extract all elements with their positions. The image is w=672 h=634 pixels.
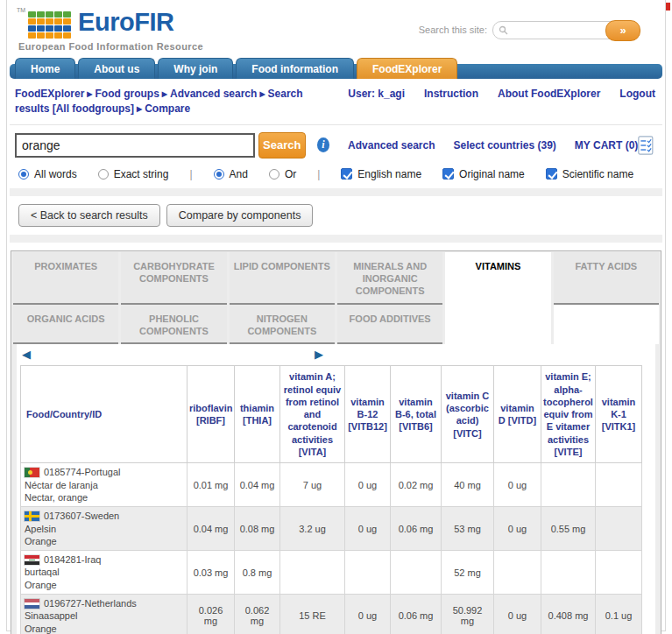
logo-area[interactable]: TM EuroFIR European Food Information Res…	[17, 9, 203, 54]
component-tabs: PROXIMATESCARBOHYDRATE COMPONENTSLIPID C…	[11, 251, 661, 344]
value-cell: 0 ug	[494, 463, 541, 507]
flag-iq-icon	[25, 555, 39, 565]
option-label-english-name: English name	[357, 168, 421, 180]
site-search-input[interactable]	[508, 25, 605, 35]
compare-by-components-button[interactable]: Compare by components	[166, 204, 314, 227]
food-english-name: Nectar, orange	[25, 491, 183, 504]
radio-control-all-words[interactable]	[18, 169, 29, 180]
option-label-or: Or	[285, 168, 296, 180]
food-cell-0184281-iraq: 0184281-IraqburtaqalOrange	[21, 551, 187, 595]
food-id: 0185774-Portugal	[44, 467, 120, 477]
eurofir-grid-logo-icon	[28, 11, 71, 39]
checkbox-original-name[interactable]: Original name	[442, 168, 525, 180]
breadcrumb-compare: Compare	[145, 102, 190, 115]
back-to-results-button[interactable]: < Back to search results	[18, 204, 160, 227]
food-id-line: 0196727-Netherlands	[25, 597, 183, 609]
value-cell: 0.408 mg	[541, 595, 596, 634]
tab-carbohydrate-components[interactable]: CARBOHYDRATE COMPONENTS	[121, 252, 226, 305]
value-cell: 50.992 mg	[442, 595, 494, 634]
nav-tab-about-us[interactable]: About us	[78, 58, 155, 79]
nav-tab-why-join[interactable]: Why join	[158, 58, 233, 79]
page-container: TM EuroFIR European Food Information Res…	[6, 0, 666, 631]
nav-tab-home[interactable]: Home	[15, 58, 75, 79]
value-cell: 40 mg	[442, 463, 494, 507]
my-cart-list-icon[interactable]	[638, 134, 654, 157]
radio-control-exact-string[interactable]	[98, 169, 109, 180]
radio-and[interactable]: And	[214, 168, 248, 180]
tab-food-additives[interactable]: FOOD ADDITIVES	[337, 305, 442, 345]
link-my-cart-0[interactable]: MY CART (0)	[575, 139, 638, 151]
radio-all-words[interactable]: All words	[18, 168, 77, 180]
tab-phenolic-components[interactable]: PHENOLIC COMPONENTS	[121, 305, 226, 345]
food-id: 0173607-Sweden	[44, 511, 119, 521]
radio-control-or[interactable]	[269, 169, 279, 180]
tab-nitrogen-components[interactable]: NITROGEN COMPONENTS	[230, 305, 335, 345]
site-search-label: Search this site:	[419, 25, 487, 35]
value-cell: 0.026 mg	[187, 595, 235, 634]
tab-vitamins[interactable]: VITAMINS	[445, 252, 550, 305]
value-cell: 0.04 mg	[187, 507, 235, 551]
flag-nl-icon	[25, 599, 39, 609]
food-id-line: 0173607-Sweden	[25, 510, 183, 522]
value-cell: 0.06 mg	[391, 507, 442, 551]
flag-pt-icon	[25, 468, 39, 477]
value-cell: 0.8 mg	[235, 551, 280, 595]
nav-tabs: HomeAbout usWhy joinFood informationFood…	[15, 58, 457, 79]
checkbox-control-scientific-name[interactable]	[546, 168, 557, 180]
scroll-right-icon[interactable]: ▶	[315, 348, 323, 362]
scroll-left-icon[interactable]: ◀	[22, 348, 31, 362]
radio-control-and[interactable]	[214, 169, 224, 180]
search-button[interactable]: Search	[258, 132, 306, 158]
components-panel: PROXIMATESCARBOHYDRATE COMPONENTSLIPID C…	[11, 250, 661, 634]
col-thiamin-thia: thiamin [THIA]	[235, 366, 280, 463]
tab-fatty-acids[interactable]: FATTY ACIDS	[554, 252, 659, 305]
nav-tab-foodexplorer[interactable]: FoodEXplorer	[357, 58, 457, 79]
breadcrumb-foodexplorer[interactable]: FoodEXplorer	[15, 88, 84, 100]
value-cell: 0 ug	[345, 507, 391, 551]
tab-proximates[interactable]: PROXIMATES	[13, 252, 118, 305]
trademark-symbol: TM	[17, 7, 25, 13]
value-cell: 3.2 ug	[280, 507, 345, 551]
value-cell	[280, 551, 345, 595]
link-about-foodexplorer[interactable]: About FoodEXplorer	[498, 88, 600, 100]
food-local-name: Néctar de laranja	[25, 479, 183, 491]
compare-table: Food/Country/IDriboflavin [RIBF]thiamin …	[20, 365, 642, 634]
col-vitamin-c-ascorbic-acid-vitc: vitamin C (ascorbic acid) [VITC]	[442, 366, 494, 463]
link-advanced-search[interactable]: Advanced search	[348, 139, 435, 151]
radio-or[interactable]: Or	[269, 168, 296, 180]
breadcrumb-food-groups[interactable]: Food groups	[95, 88, 159, 100]
separator-band	[10, 235, 662, 243]
site-search-go-button[interactable]: »	[605, 20, 640, 41]
breadcrumb-separator: ▶	[137, 105, 142, 113]
checkbox-control-original-name[interactable]	[442, 168, 454, 180]
link-instruction[interactable]: Instruction	[424, 88, 478, 100]
breadcrumb: FoodEXplorer▶Food groups▶Advanced search…	[15, 87, 329, 117]
tab-organic-acids[interactable]: ORGANIC ACIDS	[13, 305, 118, 345]
main-nav: HomeAbout usWhy joinFood informationFood…	[10, 56, 662, 79]
info-icon[interactable]: i	[317, 137, 329, 152]
breadcrumb-advanced-search[interactable]: Advanced search	[170, 88, 257, 100]
value-cell: 7 ug	[280, 463, 345, 507]
link-logout[interactable]: Logout	[619, 88, 655, 100]
site-search: Search this site: »	[419, 19, 657, 40]
col-riboflavin-ribf: riboflavin [RIBF]	[187, 366, 235, 463]
checkbox-scientific-name[interactable]: Scientific name	[546, 168, 633, 180]
value-cell: 0.55 mg	[541, 507, 596, 551]
table-row: 0184281-IraqburtaqalOrange0.03 mg0.8 mg5…	[21, 551, 642, 595]
tab-lipid-components[interactable]: LIPID COMPONENTS	[230, 252, 335, 305]
table-header-row: Food/Country/IDriboflavin [RIBF]thiamin …	[21, 366, 642, 463]
nav-tab-food-information[interactable]: Food information	[236, 58, 354, 79]
tab-minerals-and-inorganic-components[interactable]: MINERALS AND INORGANIC COMPONENTS	[337, 252, 442, 305]
food-search-input[interactable]	[15, 133, 255, 158]
link-select-countries-39[interactable]: Select countries (39)	[453, 139, 555, 151]
value-cell	[541, 463, 596, 507]
brand-tagline: European Food Information Resource	[17, 41, 203, 52]
site-search-box: »	[492, 21, 640, 39]
table-content: ◀ ▶ Food/Country/IDriboflavin [RIBF]thia…	[17, 344, 655, 634]
separator-band	[10, 188, 662, 196]
option-label-all-words: All words	[34, 168, 77, 180]
value-cell: 0.08 mg	[235, 507, 280, 551]
checkbox-english-name[interactable]: English name	[341, 168, 421, 180]
radio-exact-string[interactable]: Exact string	[98, 168, 169, 180]
checkbox-control-english-name[interactable]	[341, 168, 352, 180]
